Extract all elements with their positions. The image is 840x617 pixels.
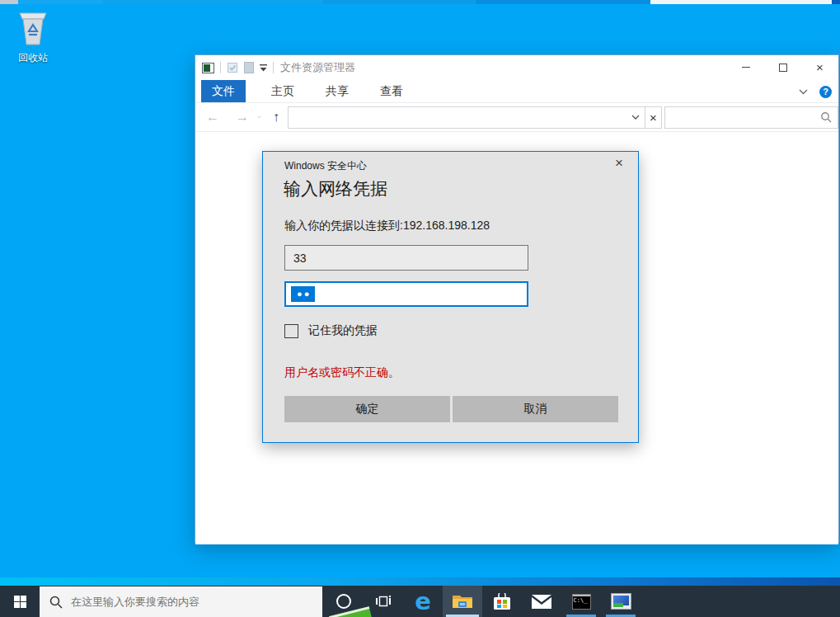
- dialog-close-button[interactable]: ×: [610, 155, 628, 172]
- tab-file[interactable]: 文件: [201, 80, 246, 102]
- windows-security-dialog: Windows 安全中心 × 输入网络凭据 输入你的凭据以连接到:192.168…: [262, 151, 639, 443]
- tab-share[interactable]: 共享: [313, 80, 361, 102]
- expand-ribbon-chevron-icon[interactable]: [799, 89, 808, 95]
- window-controls: ×: [727, 55, 838, 79]
- address-dropdown-chevron-icon[interactable]: [631, 115, 640, 120]
- separator: [273, 62, 274, 73]
- tab-label: 主页: [271, 84, 294, 99]
- windows-logo-icon: [14, 596, 26, 608]
- dialog-subtitle: 输入你的凭据以连接到:192.168.198.128: [284, 219, 490, 233]
- forward-button[interactable]: →: [236, 111, 249, 124]
- address-bar[interactable]: [288, 106, 645, 129]
- store-icon: [493, 593, 511, 610]
- file-explorer-button[interactable]: [443, 586, 482, 617]
- dialog-buttons: 确定 取消: [284, 396, 618, 422]
- explorer-search-input[interactable]: [665, 107, 820, 128]
- cmd-icon-text: C:\_: [574, 597, 588, 604]
- top-strip-segment: [0, 0, 18, 4]
- navigation-toolbar: ← → ↑ ×: [195, 103, 838, 132]
- top-edge-strip: [0, 0, 840, 4]
- start-button[interactable]: [0, 586, 40, 617]
- top-strip-segment: [104, 0, 322, 4]
- remember-checkbox[interactable]: [284, 324, 298, 338]
- stop-button[interactable]: ×: [645, 106, 662, 129]
- explorer-search-box[interactable]: [664, 106, 838, 129]
- top-strip-segment: [18, 0, 103, 4]
- maximize-icon: [779, 64, 787, 72]
- mail-icon: [532, 595, 551, 609]
- maximize-button[interactable]: [764, 55, 801, 79]
- ok-button[interactable]: 确定: [284, 396, 450, 422]
- desktop: 回收站 文: [0, 0, 840, 617]
- password-field[interactable]: ●●: [284, 281, 528, 307]
- ok-button-label: 确定: [356, 402, 379, 417]
- remember-credentials-row[interactable]: 记住我的凭据: [284, 323, 378, 338]
- stop-icon: ×: [650, 111, 657, 125]
- taskbar-icons: e: [324, 586, 641, 617]
- search-icon: [49, 596, 63, 609]
- store-button[interactable]: [482, 586, 522, 617]
- edge-icon: e: [415, 590, 431, 614]
- tab-label: 文件: [212, 84, 235, 99]
- search-icon[interactable]: [820, 111, 832, 123]
- top-strip-segment: [832, 0, 840, 4]
- quick-access-toolbar: [220, 62, 274, 73]
- minimize-button[interactable]: [727, 55, 764, 79]
- command-prompt-button[interactable]: C:\_: [561, 586, 601, 617]
- app-icon: [611, 593, 631, 610]
- close-button[interactable]: ×: [801, 55, 838, 79]
- mail-button[interactable]: [522, 586, 561, 617]
- cancel-button-label: 取消: [524, 402, 547, 417]
- top-strip-segment: [476, 0, 650, 4]
- new-folder-icon[interactable]: [244, 62, 254, 73]
- window-app-icon: [202, 63, 214, 73]
- recycle-bin-icon: [15, 8, 51, 46]
- up-button[interactable]: ↑: [273, 111, 279, 124]
- cortana-icon: [336, 594, 351, 609]
- recent-locations-chevron-icon[interactable]: [257, 115, 261, 120]
- password-selected-dots: ●●: [291, 286, 315, 302]
- file-explorer-icon: [452, 593, 473, 610]
- cancel-button[interactable]: 取消: [453, 396, 618, 422]
- help-button[interactable]: ?: [819, 86, 832, 98]
- window-title: 文件资源管理器: [280, 60, 355, 75]
- ribbon-right-controls: ?: [799, 80, 832, 103]
- command-prompt-icon: C:\_: [572, 594, 591, 610]
- recycle-bin-label: 回收站: [12, 51, 54, 65]
- separator: [220, 62, 221, 73]
- username-field[interactable]: [284, 245, 528, 271]
- dialog-title: 输入网络凭据: [284, 177, 387, 200]
- address-input[interactable]: [289, 107, 631, 128]
- customize-quick-access-icon[interactable]: [260, 64, 267, 72]
- dialog-app-name: Windows 安全中心: [284, 159, 367, 173]
- wallpaper-gradient-strip: [0, 577, 840, 586]
- tab-view[interactable]: 查看: [368, 80, 415, 102]
- properties-icon[interactable]: [227, 62, 238, 73]
- taskbar-search-box[interactable]: [40, 586, 322, 617]
- tab-label: 查看: [380, 84, 403, 99]
- minimize-icon: [742, 67, 750, 68]
- tab-label: 共享: [326, 84, 349, 99]
- task-view-icon: [375, 595, 392, 608]
- close-icon: ×: [816, 60, 824, 74]
- ribbon-tab-bar: 文件 主页 共享 查看 ?: [195, 80, 838, 103]
- back-button[interactable]: ←: [206, 111, 219, 124]
- help-icon: ?: [823, 87, 828, 97]
- address-bar-group: ×: [288, 106, 662, 129]
- top-strip-segment: [323, 0, 475, 4]
- recycle-bin-shortcut[interactable]: 回收站: [12, 8, 54, 65]
- app-button[interactable]: [601, 586, 641, 617]
- taskbar-search-input[interactable]: [71, 596, 322, 608]
- top-strip-segment: [650, 0, 832, 4]
- tab-home[interactable]: 主页: [259, 80, 307, 102]
- remember-checkbox-label: 记住我的凭据: [308, 323, 378, 338]
- taskbar: e: [0, 586, 840, 617]
- edge-button[interactable]: e: [403, 586, 443, 617]
- credential-error-text: 用户名或密码不正确。: [284, 365, 400, 380]
- title-bar[interactable]: 文件资源管理器 ×: [195, 55, 838, 80]
